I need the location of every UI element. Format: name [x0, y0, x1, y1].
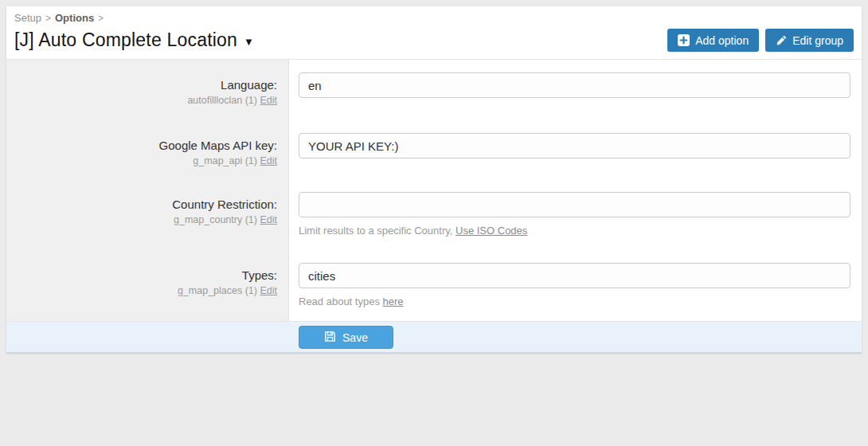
field-meta: autofillloclan (1) Edit	[14, 95, 277, 107]
field-input-cell	[289, 60, 862, 120]
types-input[interactable]	[299, 263, 850, 288]
field-meta-name: g_map_api (1)	[193, 155, 257, 166]
breadcrumb-setup[interactable]: Setup	[14, 12, 41, 24]
field-input-cell	[289, 120, 862, 179]
api-key-input[interactable]	[299, 133, 850, 158]
field-meta-name: autofillloclan (1)	[187, 95, 257, 106]
field-label: Google Maps API key:	[14, 138, 277, 153]
title-row: [J] Auto Complete Location ▼ Add option …	[14, 29, 854, 52]
field-meta: g_map_places (1) Edit	[14, 285, 277, 297]
field-row-types: Types: g_map_places (1) Edit Read about …	[6, 250, 862, 321]
add-option-button[interactable]: Add option	[667, 29, 759, 52]
field-label-cell: Language: autofillloclan (1) Edit	[6, 60, 289, 120]
field-meta-name: g_map_places (1)	[178, 285, 257, 296]
breadcrumb: Setup>Options>	[14, 10, 854, 26]
helper-text: Limit results to a specific Country, Use…	[299, 225, 850, 237]
save-button[interactable]: Save	[299, 326, 393, 349]
country-restriction-input[interactable]	[299, 192, 850, 217]
helper-text: Read about types here	[299, 295, 850, 308]
field-edit-link[interactable]: Edit	[260, 285, 277, 296]
page-title-text: [J] Auto Complete Location	[14, 29, 237, 51]
page-title: [J] Auto Complete Location ▼	[14, 29, 254, 51]
pencil-icon	[776, 35, 787, 46]
field-edit-link[interactable]: Edit	[260, 95, 277, 106]
field-meta-name: g_map_country (1)	[174, 214, 257, 225]
field-label-cell: Types: g_map_places (1) Edit	[6, 250, 289, 321]
field-input-cell: Read about types here	[289, 250, 862, 321]
page-header: Setup>Options> [J] Auto Complete Locatio…	[6, 6, 862, 59]
save-label: Save	[342, 331, 368, 344]
add-option-label: Add option	[695, 34, 749, 47]
edit-group-button[interactable]: Edit group	[765, 29, 854, 52]
field-edit-link[interactable]: Edit	[260, 155, 277, 166]
helper-text-label: Read about types	[299, 295, 380, 307]
field-meta: g_map_api (1) Edit	[14, 155, 277, 167]
breadcrumb-separator: >	[98, 13, 104, 24]
types-docs-link[interactable]: here	[383, 295, 404, 307]
field-meta: g_map_country (1) Edit	[14, 214, 277, 226]
field-input-cell: Limit results to a specific Country, Use…	[289, 179, 862, 250]
breadcrumb-options[interactable]: Options	[55, 12, 94, 24]
content-container: Setup>Options> [J] Auto Complete Locatio…	[6, 6, 862, 353]
edit-group-label: Edit group	[792, 34, 843, 47]
field-label-cell: Country Restriction: g_map_country (1) E…	[6, 179, 289, 250]
field-row-api-key: Google Maps API key: g_map_api (1) Edit	[6, 120, 862, 179]
field-label: Country Restriction:	[14, 197, 277, 212]
language-input[interactable]	[299, 72, 850, 98]
field-row-language: Language: autofillloclan (1) Edit	[6, 60, 862, 120]
field-edit-link[interactable]: Edit	[260, 214, 277, 225]
form-footer: Save	[6, 321, 862, 353]
helper-text-label: Limit results to a specific Country,	[299, 225, 452, 237]
field-row-country: Country Restriction: g_map_country (1) E…	[6, 179, 862, 250]
breadcrumb-separator: >	[45, 13, 51, 24]
field-label: Language:	[14, 77, 277, 92]
chevron-down-icon[interactable]: ▼	[244, 34, 254, 47]
options-panel: Language: autofillloclan (1) Edit Google…	[6, 59, 862, 321]
save-icon	[324, 331, 336, 345]
iso-codes-link[interactable]: Use ISO Codes	[456, 225, 527, 237]
field-label-cell: Google Maps API key: g_map_api (1) Edit	[6, 120, 289, 179]
field-label: Types:	[14, 268, 277, 283]
plus-square-icon	[678, 34, 690, 46]
